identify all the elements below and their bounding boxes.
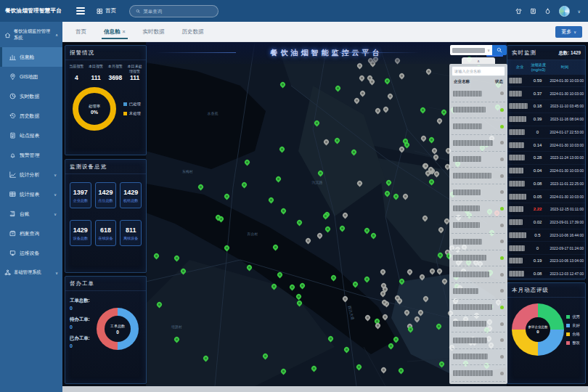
- tab-home[interactable]: 首页: [67, 22, 95, 41]
- sidebar-item-alarm-management[interactable]: 预警管理: [0, 145, 62, 165]
- map-marker-offline[interactable]: [359, 89, 367, 97]
- map-marker-online[interactable]: [392, 193, 399, 200]
- map-marker-online[interactable]: [279, 81, 287, 88]
- map-marker-offline[interactable]: [436, 267, 443, 274]
- map-marker-online[interactable]: [364, 276, 371, 283]
- company-row[interactable]: [452, 152, 505, 168]
- flame-icon[interactable]: [544, 8, 551, 15]
- map-marker-offline[interactable]: [438, 226, 445, 234]
- map-marker-online[interactable]: [173, 335, 181, 343]
- sidebar-item-site-report[interactable]: 站点报表: [0, 126, 62, 145]
- realtime-row[interactable]: 0.082023-12-03 12:47:00: [507, 268, 585, 281]
- company-row[interactable]: [452, 365, 505, 382]
- sidebar-group-restaurant-system[interactable]: 餐饮油烟监控管理系统 ∧: [0, 22, 62, 47]
- map-marker-online[interactable]: [440, 109, 447, 116]
- company-select[interactable]: ∨: [450, 45, 492, 55]
- map-marker-online[interactable]: [387, 342, 394, 349]
- map-marker-online[interactable]: [335, 85, 342, 92]
- map-marker-offline[interactable]: [432, 154, 439, 161]
- map-marker-offline[interactable]: [433, 171, 440, 178]
- sidebar-item-gis-map[interactable]: GIS地图: [0, 67, 62, 86]
- map-marker-online[interactable]: [384, 77, 391, 84]
- map-marker-online[interactable]: [288, 284, 295, 291]
- sidebar-item-stat-report[interactable]: 统计报表∨: [0, 184, 62, 204]
- company-row[interactable]: [452, 234, 505, 250]
- company-row[interactable]: [452, 168, 505, 184]
- map-marker-offline[interactable]: [441, 278, 449, 285]
- map-marker-online[interactable]: [156, 301, 163, 309]
- map-marker-offline[interactable]: [420, 135, 427, 142]
- map-marker-online[interactable]: [244, 158, 251, 166]
- map-marker-online[interactable]: [352, 281, 359, 288]
- company-row[interactable]: [452, 266, 505, 283]
- map-marker-offline[interactable]: [358, 75, 365, 82]
- map-marker-offline[interactable]: [413, 315, 420, 322]
- company-row[interactable]: [452, 349, 505, 366]
- realtime-row[interactable]: 0.182023-11-10 03:45:00: [507, 100, 585, 113]
- map-marker-online[interactable]: [385, 179, 393, 187]
- realtime-row[interactable]: 02024-01-17 22:53:00: [507, 126, 585, 139]
- map-marker-offline[interactable]: [399, 146, 406, 153]
- sidebar-group-base-system[interactable]: 基础管理系统 ∨: [0, 263, 62, 282]
- sidebar-item-info-cabin[interactable]: 信息舱: [0, 47, 62, 67]
- map-marker-online[interactable]: [296, 219, 303, 226]
- map-marker-online[interactable]: [399, 278, 406, 285]
- map-marker-offline[interactable]: [323, 139, 330, 146]
- company-row[interactable]: [452, 250, 505, 267]
- map-marker-online[interactable]: [203, 354, 210, 362]
- topbar-home-link[interactable]: 首页: [97, 7, 116, 15]
- map-marker-online[interactable]: [272, 243, 279, 250]
- company-row[interactable]: [452, 184, 505, 201]
- map-marker-offline[interactable]: [436, 117, 444, 124]
- map-marker-offline[interactable]: [422, 295, 429, 302]
- map-marker-online[interactable]: [224, 192, 231, 200]
- realtime-row[interactable]: 0.192023-10-06 13:04:00: [507, 255, 585, 268]
- company-name-input[interactable]: [452, 66, 505, 76]
- company-row[interactable]: [452, 86, 505, 102]
- map-marker-online[interactable]: [173, 254, 180, 261]
- map-marker-online[interactable]: [279, 146, 286, 153]
- realtime-row[interactable]: 0.082023-11-01 22:25:00: [507, 178, 585, 191]
- company-row[interactable]: [452, 201, 505, 218]
- map-marker-online[interactable]: [317, 169, 324, 176]
- sidebar-item-stat-analysis[interactable]: 统计分析∨: [0, 165, 62, 184]
- map-marker-online[interactable]: [343, 346, 351, 354]
- map-marker-online[interactable]: [246, 264, 253, 271]
- map-marker-online[interactable]: [333, 137, 340, 144]
- map-marker-online[interactable]: [419, 106, 426, 113]
- map-marker-online[interactable]: [261, 353, 269, 360]
- sidebar-item-realtime-data[interactable]: 实时数据: [0, 86, 62, 106]
- company-row[interactable]: [452, 332, 505, 349]
- sidebar-item-history-data[interactable]: 历史数据: [0, 106, 62, 126]
- map-marker-online[interactable]: [370, 232, 377, 240]
- map-marker-offline[interactable]: [401, 192, 409, 200]
- map-marker-online[interactable]: [314, 120, 321, 127]
- map-marker-online[interactable]: [438, 360, 445, 367]
- company-row[interactable]: [452, 300, 505, 317]
- map-marker-online[interactable]: [398, 367, 405, 374]
- map-marker-online[interactable]: [383, 189, 391, 197]
- map-marker-offline[interactable]: [404, 309, 411, 316]
- map-marker-offline[interactable]: [419, 274, 426, 281]
- sidebar-item-ledger[interactable]: 台账∨: [0, 204, 62, 224]
- map-marker-offline[interactable]: [304, 237, 311, 245]
- realtime-row[interactable]: 02022-09-17 01:24:00: [507, 242, 585, 255]
- realtime-row[interactable]: 0.392023-11-16 08:04:00: [507, 113, 585, 126]
- map-marker-online[interactable]: [274, 176, 282, 183]
- collapse-arrow-icon[interactable]: ∧: [462, 57, 495, 64]
- map-marker-online[interactable]: [299, 282, 306, 289]
- map-marker-offline[interactable]: [425, 68, 432, 75]
- realtime-row[interactable]: 0.142024-01-30 10:03:00: [507, 139, 585, 152]
- map-marker-offline[interactable]: [387, 93, 394, 100]
- map-marker-offline[interactable]: [421, 214, 428, 221]
- map-marker-offline[interactable]: [341, 212, 348, 219]
- map-marker-online[interactable]: [276, 271, 283, 279]
- map-marker-online[interactable]: [330, 274, 337, 281]
- map-marker-online[interactable]: [270, 283, 277, 290]
- map-marker-online[interactable]: [436, 252, 444, 259]
- map-marker-online[interactable]: [310, 364, 317, 372]
- map-marker-online[interactable]: [295, 293, 303, 301]
- tab-realtime-data[interactable]: 实时数据: [134, 22, 173, 41]
- map-marker-online[interactable]: [364, 227, 371, 234]
- map-marker-offline[interactable]: [417, 309, 424, 316]
